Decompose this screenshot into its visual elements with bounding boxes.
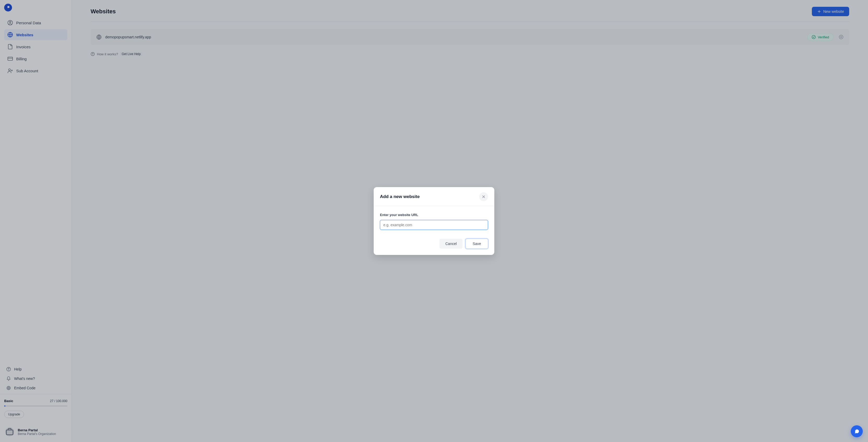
app-root: Personal Data Websites Invoices Billing …	[0, 0, 868, 442]
add-website-modal: Add a new website Enter your website URL…	[374, 187, 494, 255]
modal-body: Enter your website URL	[374, 206, 494, 232]
modal-header: Add a new website	[374, 187, 494, 206]
modal-actions: Cancel Save	[374, 232, 494, 255]
modal-close-button[interactable]	[479, 192, 488, 201]
cancel-button[interactable]: Cancel	[439, 239, 462, 249]
modal-backdrop[interactable]: Add a new website Enter your website URL…	[0, 0, 868, 442]
modal-title: Add a new website	[380, 194, 420, 199]
chat-icon	[854, 429, 860, 434]
chat-launcher-button[interactable]	[851, 425, 863, 437]
close-icon	[482, 195, 486, 199]
save-button[interactable]: Save	[466, 239, 488, 249]
url-field-label: Enter your website URL	[380, 213, 488, 217]
website-url-input[interactable]	[380, 220, 488, 230]
